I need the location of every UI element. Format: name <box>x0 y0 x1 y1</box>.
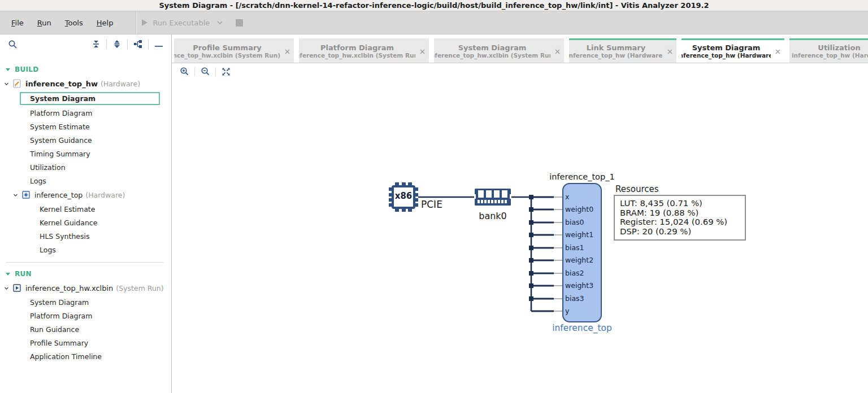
window-title-bar: System Diagram - [/scratch/dnn-kernel-14… <box>0 0 868 11</box>
tree-item-run-guidance[interactable]: Run Guidance <box>0 322 171 336</box>
port-wires <box>531 197 554 311</box>
run-section-label: RUN <box>15 270 32 278</box>
tree-item-application-timeline[interactable]: Application Timeline <box>0 350 171 363</box>
port-bias3: bias3 <box>565 294 600 303</box>
tree-item-system-guidance[interactable]: System Guidance <box>0 133 171 147</box>
menu-help[interactable]: Help <box>90 15 120 30</box>
menu-bar: File Run Tools Help Run Executable <box>0 11 868 34</box>
kernel-instance-label: inference_top_1 <box>537 172 627 181</box>
menu-file[interactable]: File <box>5 15 31 30</box>
resource-dsp: DSP: 20 (0.29 %) <box>620 227 740 237</box>
tab-profile-summary[interactable]: Profile Summary inference_top_hw.xclbin … <box>174 38 294 63</box>
tab-title: System Diagram <box>682 43 771 52</box>
hierarchy-icon[interactable] <box>132 38 144 50</box>
resources-box: LUT: 8,435 (0.71 %) BRAM: 19 (0.88 %) Re… <box>614 195 746 241</box>
tree-item-run-profile-summary[interactable]: Profile Summary <box>0 336 171 350</box>
port-weight3: weight3 <box>565 281 600 290</box>
close-icon[interactable] <box>550 49 564 54</box>
close-icon[interactable] <box>415 49 429 54</box>
port-bias2: bias2 <box>565 269 600 277</box>
system-diagram-canvas[interactable]: x86 PCIE bank0 inference_top_1 inference… <box>172 80 868 393</box>
tree-item-kernel-guidance[interactable]: Kernel Guidance <box>0 216 171 229</box>
tree-item-kernel-estimate[interactable]: Kernel Estimate <box>0 202 171 216</box>
resource-register: Register: 15,024 (0.69 %) <box>620 217 740 227</box>
tab-title: System Diagram <box>434 43 550 52</box>
port-x: x <box>565 193 600 201</box>
report-tree: BUILD inference_top_hw (Hardware) System… <box>0 54 171 363</box>
diagram-toolbar <box>172 63 868 80</box>
tree-item-kernel-logs[interactable]: Logs <box>0 243 171 256</box>
tree-item-system-estimate[interactable]: System Estimate <box>0 120 171 133</box>
close-icon[interactable] <box>280 49 294 54</box>
tab-strip: Profile Summary inference_top_hw.xclbin … <box>172 34 868 63</box>
tree-item-platform-diagram[interactable]: Platform Diagram <box>0 106 171 120</box>
port-weight1: weight1 <box>565 230 600 239</box>
tab-subtitle: inference_top_hw.xclbin (System Run) <box>299 52 415 59</box>
chevron-down-icon[interactable] <box>216 20 223 25</box>
toolbar-divider <box>127 39 128 49</box>
memory-bank-icon[interactable] <box>474 189 511 206</box>
run-section-header: RUN <box>0 267 171 281</box>
menu-tools[interactable]: Tools <box>58 15 90 30</box>
resource-bram: BRAM: 19 (0.88 %) <box>620 208 740 218</box>
tab-utilization[interactable]: Utilization inference_top_hw (Hardware) <box>789 38 868 63</box>
tree-node-xclbin[interactable]: inference_top_hw.xclbin (System Run) <box>0 281 171 295</box>
play-icon <box>142 19 147 26</box>
tab-subtitle: inference_top_hw.xclbin (System Run) <box>174 52 280 59</box>
search-icon[interactable] <box>7 38 18 50</box>
chevron-down-icon[interactable] <box>12 192 19 198</box>
triangle-down-icon[interactable] <box>6 68 10 71</box>
resources-title: Resources <box>615 184 659 194</box>
tree-item-run-platform-diagram[interactable]: Platform Diagram <box>0 309 171 322</box>
triangle-down-icon[interactable] <box>6 273 10 276</box>
stop-icon[interactable] <box>236 19 243 27</box>
expand-all-icon[interactable] <box>111 38 123 50</box>
build-section-label: BUILD <box>15 66 38 73</box>
tree-node-type: (Hardware) <box>85 191 125 199</box>
tree-item-hls-synthesis[interactable]: HLS Synthesis <box>0 229 171 243</box>
port-weight2: weight2 <box>565 256 600 264</box>
menu-run[interactable]: Run <box>31 15 58 30</box>
tree-item-run-system-diagram[interactable]: System Diagram <box>0 295 171 309</box>
tree-item-utilization[interactable]: Utilization <box>0 160 171 174</box>
close-icon[interactable] <box>771 49 784 54</box>
build-section-header: BUILD <box>0 63 171 76</box>
tab-platform-diagram[interactable]: Platform Diagram inference_top_hw.xclbin… <box>299 38 429 63</box>
tab-subtitle: inference_top_hw (Hardware) <box>792 52 868 59</box>
chevron-down-icon[interactable] <box>3 81 10 87</box>
minimize-icon[interactable] <box>153 38 164 50</box>
hardware-build-icon <box>13 79 21 88</box>
tree-node-inference-top[interactable]: inference_top (Hardware) <box>0 187 171 202</box>
report-navigator-sidebar: BUILD inference_top_hw (Hardware) System… <box>0 34 172 393</box>
collapse-all-icon[interactable] <box>90 38 102 50</box>
kernel-name-label[interactable]: inference_top <box>537 323 627 333</box>
close-icon[interactable] <box>663 49 676 54</box>
memory-bank-label: bank0 <box>470 211 515 221</box>
run-executable-button[interactable]: Run Executable <box>142 19 223 27</box>
tab-title: Link Summary <box>569 43 663 52</box>
tree-node-inference-top-hw[interactable]: inference_top_hw (Hardware) <box>0 76 171 91</box>
zoom-out-icon[interactable] <box>199 66 211 77</box>
port-bias0: bias0 <box>565 218 600 226</box>
tab-system-diagram-run[interactable]: System Diagram inference_top_hw.xclbin (… <box>434 38 564 63</box>
tab-system-diagram-hw-active[interactable]: System Diagram inference_top_hw (Hardwar… <box>682 38 784 63</box>
tree-node-label: inference_top_hw.xclbin <box>25 284 113 292</box>
toolbar-divider <box>148 39 149 49</box>
chevron-down-icon[interactable] <box>3 285 10 291</box>
tree-item-timing-summary[interactable]: Timing Summary <box>0 147 171 160</box>
toolbar-divider <box>194 67 195 76</box>
tab-title: Utilization <box>789 43 868 52</box>
port-weight0: weight0 <box>565 205 600 213</box>
tab-title: Profile Summary <box>174 43 280 52</box>
zoom-in-icon[interactable] <box>179 66 190 77</box>
tree-node-label: inference_top_hw <box>25 80 98 88</box>
tab-link-summary[interactable]: Link Summary inference_top_hw (Hardware) <box>569 38 676 63</box>
tree-item-logs[interactable]: Logs <box>0 174 171 187</box>
menubar-divider <box>136 11 136 34</box>
pcie-label: PCIE <box>421 199 442 210</box>
tab-subtitle: inference_top_hw (Hardware) <box>569 52 663 59</box>
port-bias1: bias1 <box>565 243 600 252</box>
tree-node-type: (System Run) <box>116 284 163 292</box>
zoom-fit-icon[interactable] <box>220 66 232 77</box>
tree-item-system-diagram-selected[interactable]: System Diagram <box>20 92 160 105</box>
